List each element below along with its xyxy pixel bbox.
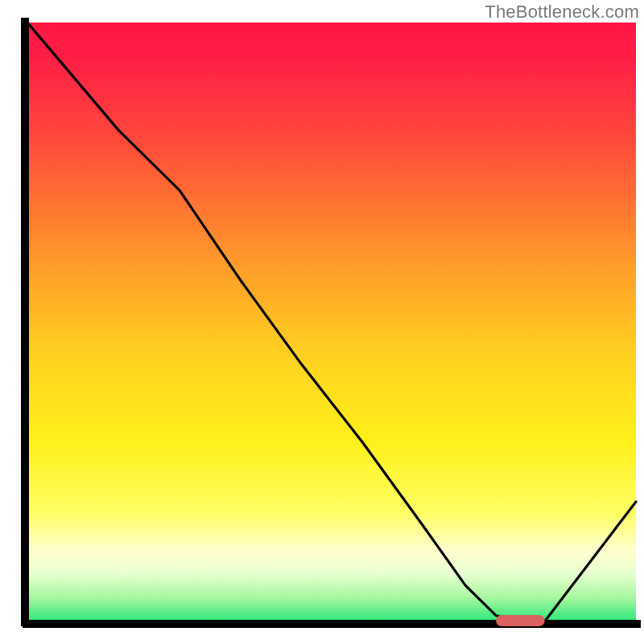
- plot-background: [27, 23, 636, 621]
- watermark-text: TheBottleneck.com: [485, 2, 639, 23]
- chart-container: { "watermark": "TheBottleneck.com", "col…: [0, 0, 644, 644]
- bottleneck-chart: [0, 0, 644, 644]
- optimal-marker: [496, 615, 544, 626]
